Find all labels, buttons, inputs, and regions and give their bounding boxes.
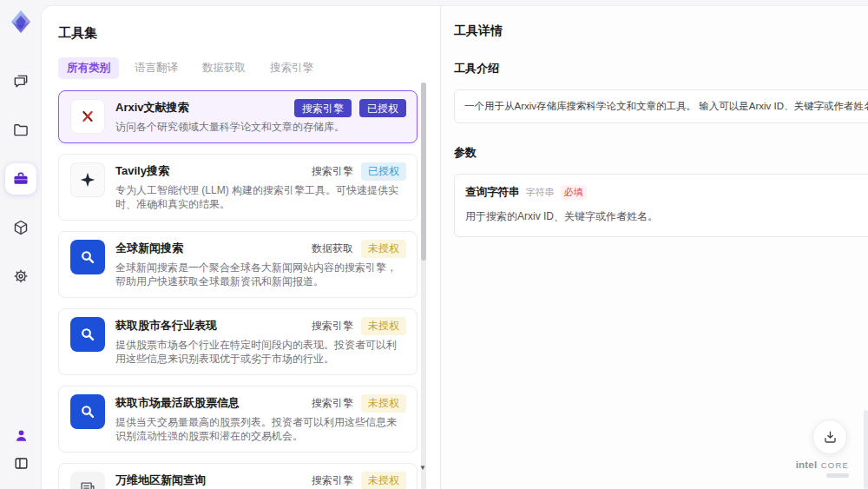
tool-list: Arxiv文献搜索搜索引擎已授权访问各个研究领域大量科学论文和文章的存储库。Ta… <box>58 90 418 489</box>
param-type: 字符串 <box>526 186 555 199</box>
auth-badge: 已授权 <box>361 162 406 181</box>
search-blue-icon <box>70 240 105 274</box>
tab-search-engine[interactable]: 搜索引擎 <box>261 57 322 79</box>
brand-intel: intel <box>796 459 818 470</box>
main-content: 工具集 所有类别 语言翻译 数据获取 搜索引擎 Arxiv文献搜索搜索引擎已授权… <box>42 6 868 489</box>
tool-card[interactable]: 全球新闻搜索数据获取未授权全球新闻搜索是一个聚合全球各大新闻网站内容的搜索引擎，… <box>58 231 418 298</box>
tool-name: Arxiv文献搜索 <box>115 99 189 116</box>
category-tabs: 所有类别 语言翻译 数据获取 搜索引擎 <box>58 57 418 79</box>
category-badge: 数据获取 <box>312 240 353 258</box>
params-heading: 参数 <box>454 145 868 161</box>
details-title: 工具详情 <box>454 23 868 39</box>
auth-badge: 未授权 <box>361 240 406 258</box>
tool-name: 全球新闻搜索 <box>115 240 183 256</box>
tool-desc: 提供当天交易量最高的股票列表。投资者可以利用这些信息来识别流动性强的股票和潜在的… <box>115 415 406 444</box>
param-card: 查询字符串 字符串 必填 用于搜索的Arxiv ID、关键字或作者姓名。 <box>454 174 868 237</box>
tool-list-panel: 工具集 所有类别 语言翻译 数据获取 搜索引擎 Arxiv文献搜索搜索引擎已授权… <box>42 6 440 489</box>
list-scrollbar[interactable]: ▼ <box>421 83 426 489</box>
tool-card[interactable]: 万维地区新闻查询搜索引擎未授权查询具体行政区划内的新闻，快速了解各地新闻动 <box>58 463 418 489</box>
intel-core-logo: intel CORE <box>796 459 849 478</box>
tool-name: Tavily搜索 <box>115 162 169 179</box>
tavily-icon <box>70 162 105 197</box>
cube-icon[interactable] <box>5 212 36 243</box>
news-icon <box>70 472 105 489</box>
brand-subtext-bar <box>826 473 849 478</box>
auth-badge: 未授权 <box>361 472 406 489</box>
param-desc: 用于搜索的Arxiv ID、关键字或作者姓名。 <box>465 209 868 224</box>
tool-name: 万维地区新闻查询 <box>115 472 206 488</box>
scroll-down-icon[interactable]: ▼ <box>419 464 426 472</box>
tool-desc: 专为人工智能代理 (LLM) 构建的搜索引擎工具。可快速提供实时、准确和真实的结… <box>115 183 406 212</box>
tool-card[interactable]: 获取股市各行业表现搜索引擎未授权提供股票市场各个行业在特定时间段内的表现。投资者… <box>58 308 418 375</box>
tool-card[interactable]: Arxiv文献搜索搜索引擎已授权访问各个研究领域大量科学论文和文章的存储库。 <box>58 90 418 143</box>
tool-name: 获取股市各行业表现 <box>115 317 217 334</box>
category-badge: 搜索引擎 <box>312 317 353 335</box>
intro-heading: 工具介绍 <box>454 61 868 76</box>
param-required-badge: 必填 <box>561 185 587 200</box>
tool-details-panel: 工具详情 工具介绍 一个用于从Arxiv存储库搜索科学论文和文章的工具。 输入可… <box>440 6 868 489</box>
tab-all-categories[interactable]: 所有类别 <box>58 57 119 79</box>
category-badge: 搜索引擎 <box>294 99 352 117</box>
tool-card[interactable]: 获取市场最活跃股票信息搜索引擎未授权提供当天交易量最高的股票列表。投资者可以利用… <box>58 386 418 453</box>
intro-text: 一个用于从Arxiv存储库搜索科学论文和文章的工具。 输入可以是Arxiv ID… <box>454 89 868 123</box>
search-blue-icon <box>70 394 105 429</box>
auth-badge: 已授权 <box>359 99 406 117</box>
gear-icon[interactable] <box>5 261 36 292</box>
tab-data-fetch[interactable]: 数据获取 <box>194 57 254 79</box>
chat-icon[interactable] <box>5 66 36 97</box>
param-name: 查询字符串 <box>465 185 520 200</box>
page-title: 工具集 <box>58 25 418 42</box>
window-scrollbar[interactable] <box>864 410 868 489</box>
category-badge: 搜索引擎 <box>312 394 353 413</box>
search-blue-icon <box>70 317 105 352</box>
avatar-icon[interactable] <box>5 421 36 449</box>
scrollbar-thumb[interactable] <box>421 83 426 261</box>
folder-icon[interactable] <box>5 115 36 146</box>
download-button[interactable] <box>812 420 847 454</box>
app-window: 工具集 所有类别 语言翻译 数据获取 搜索引擎 Arxiv文献搜索搜索引擎已授权… <box>0 0 868 489</box>
toolbox-icon[interactable] <box>5 163 36 195</box>
auth-badge: 未授权 <box>361 394 406 413</box>
brand-core: CORE <box>821 460 849 470</box>
panel-toggle-icon[interactable] <box>5 449 36 477</box>
tool-card[interactable]: Tavily搜索搜索引擎已授权专为人工智能代理 (LLM) 构建的搜索引擎工具。… <box>58 154 418 221</box>
auth-badge: 未授权 <box>361 317 406 335</box>
sidebar <box>0 0 42 489</box>
tool-desc: 全球新闻搜索是一个聚合全球各大新闻网站内容的搜索引擎，帮助用户快速获取全球最新资… <box>115 261 406 289</box>
tool-name: 获取市场最活跃股票信息 <box>115 394 240 411</box>
app-logo-icon <box>6 7 36 36</box>
arxiv-icon <box>70 99 105 134</box>
tool-desc: 访问各个研究领域大量科学论文和文章的存储库。 <box>115 120 406 135</box>
tool-desc: 提供股票市场各个行业在特定时间段内的表现。投资者可以利用这些信息来识别表现优于或… <box>115 338 406 367</box>
tab-translation[interactable]: 语言翻译 <box>126 57 187 79</box>
category-badge: 搜索引擎 <box>312 162 353 181</box>
category-badge: 搜索引擎 <box>312 472 353 489</box>
